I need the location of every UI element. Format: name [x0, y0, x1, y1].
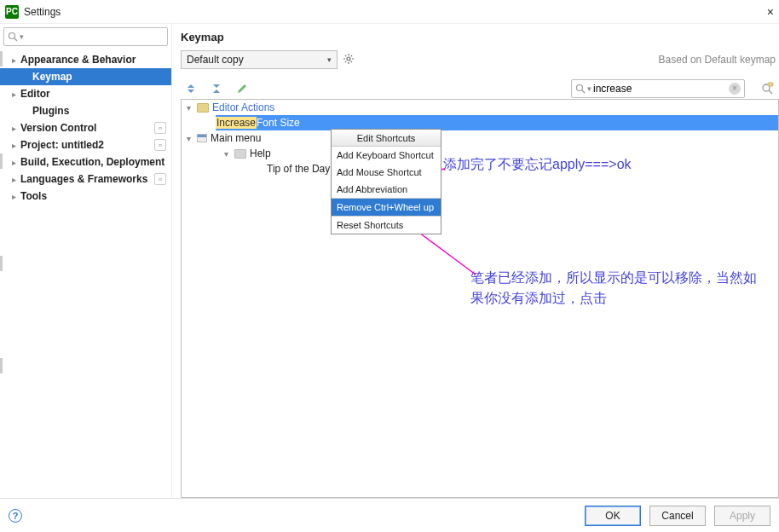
- context-menu-item[interactable]: Add Mouse Shortcut: [332, 164, 441, 181]
- scheme-value: Default copy: [187, 54, 244, 66]
- gear-icon[interactable]: [343, 53, 355, 67]
- settings-tree: ▸Appearance & BehaviorKeymap▸EditorPlugi…: [0, 49, 171, 498]
- keymap-toolbar: ▾ ×: [181, 78, 779, 100]
- context-menu-title: Edit Shortcuts: [332, 130, 441, 147]
- sidebar-item[interactable]: Keymap: [0, 68, 171, 85]
- sidebar-item[interactable]: ▸Version Control¤: [0, 119, 171, 136]
- expand-icon: ▸: [9, 158, 19, 167]
- title-bar: PC Settings ×: [0, 0, 779, 24]
- svg-line-1: [14, 38, 17, 41]
- match-highlight: Increase: [216, 117, 257, 129]
- expand-icon: ▸: [9, 141, 19, 150]
- sidebar-item[interactable]: Plugins: [0, 102, 171, 119]
- settings-sidebar: ▾ ▸Appearance & BehaviorKeymap▸EditorPlu…: [0, 24, 172, 498]
- window-title: Settings: [24, 6, 61, 18]
- tree-row-main-menu[interactable]: ▾ Main menu: [182, 130, 778, 146]
- sidebar-item[interactable]: ▸Build, Execution, Deployment: [0, 153, 171, 171]
- settings-content: Keymap Default copy ▾ Based on Default k…: [172, 24, 779, 498]
- app-logo-icon: PC: [5, 5, 19, 19]
- sidebar-item[interactable]: ▸Tools: [0, 188, 171, 205]
- sidebar-item-label: Editor: [20, 88, 50, 100]
- project-badge-icon: ¤: [154, 122, 166, 134]
- ok-button[interactable]: OK: [585, 506, 641, 526]
- find-by-shortcut-icon[interactable]: [760, 82, 774, 95]
- sidebar-item-label: Build, Execution, Deployment: [20, 156, 164, 168]
- annotation-text: 笔者已经添加，所以显示的是可以移除，当然如果你没有添加过，点击: [470, 268, 764, 309]
- expand-all-icon[interactable]: [184, 82, 198, 95]
- search-icon: [575, 84, 586, 94]
- folder-icon: [234, 149, 246, 159]
- tree-label: Font Size: [257, 117, 300, 129]
- actions-search-input[interactable]: ▾ ×: [571, 79, 745, 98]
- expand-icon: ▸: [9, 90, 19, 99]
- expand-icon: ▾: [187, 134, 197, 143]
- context-menu-item[interactable]: Reset Shortcuts: [332, 217, 441, 234]
- keymap-scheme-select[interactable]: Default copy ▾: [181, 50, 338, 69]
- svg-point-11: [577, 84, 583, 90]
- tree-label: Help: [250, 147, 271, 159]
- context-menu-item[interactable]: Remove Ctrl+Wheel up: [332, 199, 441, 216]
- dialog-button-bar: ? OK Cancel Apply: [0, 498, 779, 532]
- svg-line-12: [582, 90, 585, 93]
- search-icon: [8, 32, 18, 42]
- svg-line-7: [345, 55, 346, 56]
- svg-line-10: [351, 55, 352, 56]
- page-title: Keymap: [181, 31, 779, 43]
- context-menu-item[interactable]: Add Keyboard Shortcut: [332, 147, 441, 164]
- chevron-down-icon: ▾: [327, 55, 332, 64]
- svg-line-8: [351, 61, 352, 61]
- sidebar-search-input[interactable]: ▾: [3, 27, 168, 46]
- annotation-text: 添加完了不要忘记apply===>ok: [443, 156, 632, 174]
- help-icon[interactable]: ?: [9, 509, 22, 523]
- context-menu: Edit Shortcuts Add Keyboard ShortcutAdd …: [331, 129, 441, 234]
- tree-row-editor-actions[interactable]: ▾ Editor Actions: [182, 100, 778, 115]
- expand-icon: ▸: [9, 175, 19, 184]
- tree-label: Main menu: [211, 132, 261, 144]
- sidebar-item[interactable]: ▸Project: untitled2¤: [0, 136, 171, 153]
- svg-line-14: [769, 90, 772, 94]
- project-badge-icon: ¤: [154, 173, 166, 185]
- sidebar-item-label: Plugins: [32, 105, 69, 117]
- expand-icon: ▾: [224, 149, 234, 159]
- folder-icon: [197, 103, 209, 113]
- tree-label: Editor Actions: [212, 101, 274, 113]
- sidebar-item-label: Project: untitled2: [20, 139, 104, 151]
- sidebar-item[interactable]: ▸Editor: [0, 85, 171, 102]
- collapse-all-icon[interactable]: [210, 82, 223, 95]
- sidebar-item-label: Keymap: [32, 71, 72, 83]
- svg-line-9: [345, 61, 346, 61]
- clear-search-icon[interactable]: ×: [729, 83, 741, 95]
- scrollbar-markers: [0, 51, 3, 532]
- sidebar-item-label: Languages & Frameworks: [20, 173, 147, 185]
- tree-row-increase-font[interactable]: Increase Font Size: [216, 115, 778, 130]
- close-icon[interactable]: ×: [767, 5, 774, 19]
- apply-button[interactable]: Apply: [714, 506, 770, 526]
- edit-icon[interactable]: [235, 82, 249, 95]
- project-badge-icon: ¤: [154, 139, 166, 151]
- expand-icon: ▾: [187, 103, 197, 113]
- expand-icon: ▸: [9, 124, 19, 133]
- sidebar-item[interactable]: ▸Appearance & Behavior: [0, 51, 171, 68]
- context-menu-item[interactable]: Add Abbreviation: [332, 181, 441, 198]
- sidebar-item-label: Tools: [20, 190, 47, 202]
- expand-icon: ▸: [9, 55, 19, 65]
- svg-point-2: [347, 57, 350, 61]
- expand-icon: ▸: [9, 192, 19, 201]
- cancel-button[interactable]: Cancel: [649, 506, 706, 526]
- svg-point-0: [9, 33, 15, 39]
- svg-rect-15: [768, 83, 773, 86]
- tree-label: Tip of the Day: [267, 163, 330, 175]
- sidebar-item-label: Appearance & Behavior: [20, 54, 136, 66]
- sidebar-item-label: Version Control: [20, 122, 96, 134]
- based-on-label: Based on Default keymap: [659, 54, 776, 66]
- sidebar-item[interactable]: ▸Languages & Frameworks¤: [0, 171, 171, 188]
